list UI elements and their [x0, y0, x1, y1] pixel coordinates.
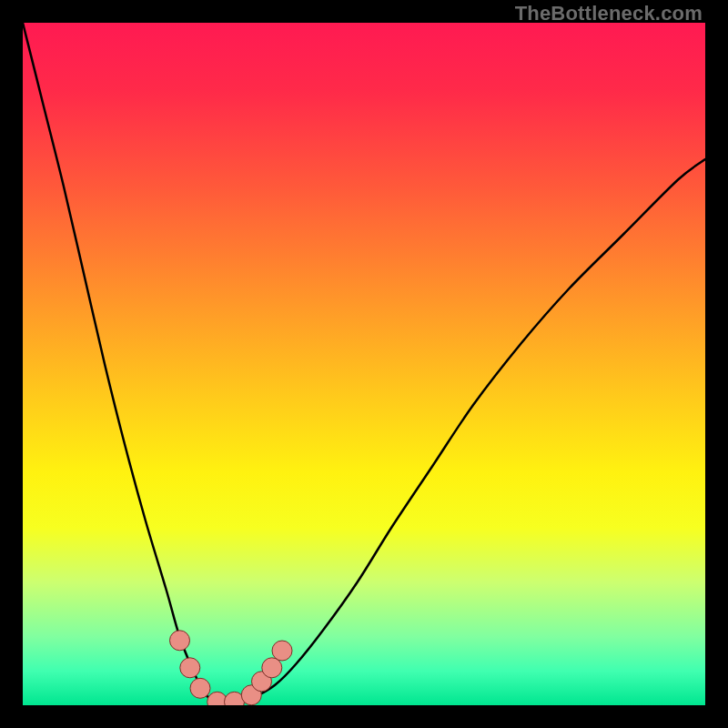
curve-marker	[170, 631, 190, 651]
chart-overlay	[23, 23, 705, 705]
curve-marker	[180, 658, 200, 678]
curve-marker	[190, 678, 210, 698]
curve-marker	[272, 641, 292, 661]
curve-marker	[262, 658, 282, 678]
curve-markers	[170, 631, 293, 705]
chart-frame	[23, 23, 705, 705]
bottleneck-curve	[23, 23, 705, 705]
watermark-text: TheBottleneck.com	[515, 2, 703, 25]
